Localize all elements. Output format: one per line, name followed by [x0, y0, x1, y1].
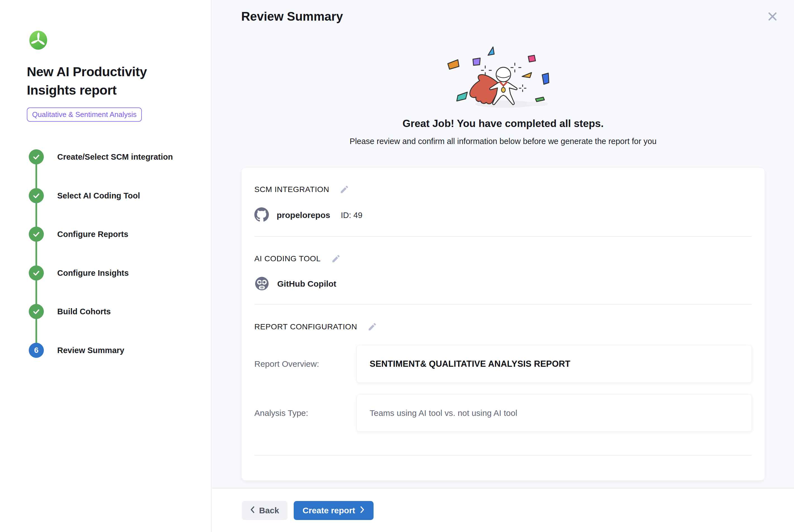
- analysis-type-label: Analysis Type:: [254, 408, 357, 418]
- step-label: Build Cohorts: [57, 307, 111, 316]
- step-check-icon: [29, 265, 44, 281]
- ai-coding-tool-name: GitHub Copilot: [277, 279, 336, 289]
- wizard-title: New AI Productivity Insights report: [27, 62, 183, 99]
- github-copilot-icon: [254, 276, 269, 292]
- step-label: Create/Select SCM integration: [57, 152, 173, 162]
- step-connector-line: [35, 157, 37, 350]
- divider: [254, 455, 752, 456]
- step-label: Review Summary: [57, 346, 124, 355]
- ai-tool-heading-label: AI CODING TOOL: [254, 254, 321, 263]
- step-configure-insights[interactable]: Configure Insights: [29, 265, 129, 281]
- scm-heading-label: SCM INTEGRATION: [254, 185, 329, 194]
- step-ai-coding-tool[interactable]: Select AI Coding Tool: [29, 188, 140, 203]
- step-label: Configure Reports: [57, 230, 128, 239]
- scm-integration-name: propelorepos: [277, 210, 330, 220]
- close-icon[interactable]: [766, 10, 779, 23]
- step-check-icon: [29, 149, 44, 165]
- page-title: Review Summary: [241, 10, 343, 23]
- report-overview-value: SENTIMENT& QUALITATIVE ANALYSIS REPORT: [370, 359, 570, 369]
- step-configure-reports[interactable]: Configure Reports: [29, 227, 128, 242]
- report-config-section-heading: REPORT CONFIGURATION: [254, 322, 377, 332]
- edit-ai-tool-icon[interactable]: [331, 254, 341, 264]
- step-scm-integration[interactable]: Create/Select SCM integration: [29, 149, 173, 165]
- report-overview-value-box: SENTIMENT& QUALITATIVE ANALYSIS REPORT: [357, 345, 752, 383]
- scm-section-heading: SCM INTEGRATION: [254, 185, 349, 194]
- ai-tool-section-heading: AI CODING TOOL: [254, 254, 341, 264]
- back-button[interactable]: Back: [242, 501, 287, 520]
- wizard-footer: Back Create report: [212, 488, 794, 532]
- propeller-logo-icon: [29, 31, 48, 50]
- create-report-button[interactable]: Create report: [294, 501, 374, 520]
- completion-hero: Great Job! You have completed all steps.…: [212, 42, 794, 146]
- divider: [254, 304, 752, 305]
- step-number-badge: 6: [29, 343, 44, 358]
- step-check-icon: [29, 304, 44, 319]
- step-check-icon: [29, 188, 44, 203]
- analysis-type-value: Teams using AI tool vs. not using AI too…: [370, 408, 517, 418]
- completion-subheading: Please review and confirm all informatio…: [212, 137, 794, 146]
- step-label: Select AI Coding Tool: [57, 191, 140, 201]
- github-icon: [254, 207, 269, 223]
- review-summary-panel: Review Summary: [212, 0, 794, 532]
- step-review-summary[interactable]: 6 Review Summary: [29, 343, 124, 358]
- report-type-badge: Qualitative & Sentiment Analysis: [27, 108, 142, 122]
- celebration-illustration: [432, 42, 574, 112]
- ai-coding-tool-row: GitHub Copilot: [254, 276, 336, 292]
- report-overview-row: Report Overview: SENTIMENT& QUALITATIVE …: [254, 345, 752, 383]
- analysis-type-row: Analysis Type: Teams using AI tool vs. n…: [254, 394, 752, 432]
- step-check-icon: [29, 227, 44, 242]
- completion-heading: Great Job! You have completed all steps.: [212, 118, 794, 130]
- page: New AI Productivity Insights report Qual…: [0, 0, 794, 532]
- scm-integration-id: ID: 49: [341, 211, 362, 220]
- divider: [254, 236, 752, 237]
- report-config-heading-label: REPORT CONFIGURATION: [254, 322, 357, 331]
- analysis-type-value-box: Teams using AI tool vs. not using AI too…: [357, 394, 752, 432]
- footer-buttons: Back Create report: [242, 501, 374, 520]
- chevron-right-icon: [360, 506, 365, 515]
- summary-card: SCM INTEGRATION propelorepos ID: 49 AI C…: [241, 168, 765, 481]
- chevron-left-icon: [250, 506, 254, 515]
- scm-integration-row: propelorepos ID: 49: [254, 207, 362, 223]
- edit-scm-icon[interactable]: [339, 185, 349, 194]
- edit-report-config-icon[interactable]: [367, 322, 377, 332]
- sidebar: New AI Productivity Insights report Qual…: [0, 0, 212, 532]
- step-build-cohorts[interactable]: Build Cohorts: [29, 304, 111, 319]
- step-label: Configure Insights: [57, 268, 129, 278]
- report-overview-label: Report Overview:: [254, 359, 357, 369]
